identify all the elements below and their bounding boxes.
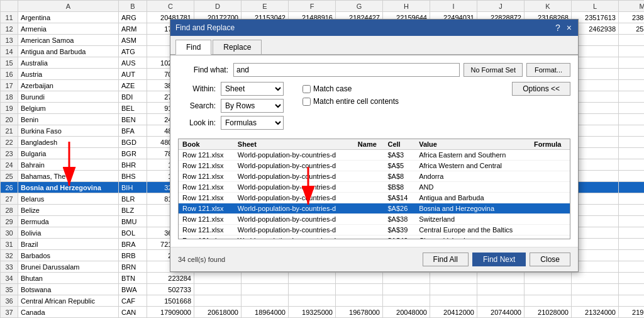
- cell-m19[interactable]: [619, 103, 645, 114]
- cell-b17[interactable]: AZE: [119, 80, 147, 91]
- cell-b31[interactable]: BRA: [119, 239, 147, 250]
- cell-m33[interactable]: [619, 261, 645, 273]
- cell-m12[interactable]: 2525067: [619, 23, 645, 35]
- cell-b18[interactable]: BDI: [119, 91, 147, 103]
- within-select[interactable]: Sheet Workbook: [221, 82, 284, 96]
- col-header-k[interactable]: K: [525, 1, 572, 12]
- cell-l37[interactable]: 21324000: [572, 307, 619, 318]
- cell-c34[interactable]: 223284: [147, 273, 194, 284]
- cell-j36[interactable]: [477, 295, 525, 307]
- cell-b14[interactable]: ATG: [119, 46, 147, 57]
- cell-b29[interactable]: BMU: [119, 216, 147, 227]
- cell-b34[interactable]: BTN: [119, 273, 147, 284]
- cell-j37[interactable]: 20744000: [477, 307, 525, 318]
- cell-m17[interactable]: [619, 80, 645, 91]
- cell-k37[interactable]: 21028000: [525, 307, 572, 318]
- cell-a17[interactable]: Azerbaijan: [18, 80, 119, 91]
- cell-a20[interactable]: Benin: [18, 114, 119, 125]
- cell-f36[interactable]: [289, 295, 336, 307]
- cell-m27[interactable]: [619, 193, 645, 205]
- cell-g36[interactable]: [336, 295, 383, 307]
- cell-b11[interactable]: ARG: [119, 12, 147, 23]
- cell-m23[interactable]: [619, 148, 645, 159]
- cell-a34[interactable]: Bhutan: [18, 273, 119, 284]
- cell-m30[interactable]: [619, 227, 645, 239]
- cell-m14[interactable]: [619, 46, 645, 57]
- find-all-button[interactable]: Find All: [423, 253, 469, 266]
- col-header-g[interactable]: G: [336, 1, 383, 12]
- cell-m31[interactable]: [619, 239, 645, 250]
- cell-b37[interactable]: CAN: [119, 307, 147, 318]
- find-next-button[interactable]: Find Next: [472, 253, 526, 266]
- match-case-checkbox[interactable]: [303, 85, 311, 93]
- cell-m26[interactable]: [619, 182, 645, 193]
- results-row[interactable]: Row 121.xlsxWorld-population-by-countrie…: [179, 236, 570, 240]
- cell-l34[interactable]: [572, 273, 619, 284]
- search-select[interactable]: By Rows By Columns: [221, 99, 284, 113]
- cell-a19[interactable]: Belgium: [18, 103, 119, 114]
- cell-b13[interactable]: ASM: [119, 35, 147, 46]
- cell-m16[interactable]: [619, 69, 645, 80]
- cell-b25[interactable]: BHS: [119, 171, 147, 182]
- results-area[interactable]: Book Sheet Name Cell Value Formula Row 1…: [178, 139, 570, 239]
- cell-e35[interactable]: [242, 284, 289, 295]
- cell-l35[interactable]: [572, 284, 619, 295]
- cell-m18[interactable]: [619, 91, 645, 103]
- cell-m11[interactable]: 23880564: [619, 12, 645, 23]
- cell-m29[interactable]: [619, 216, 645, 227]
- cell-b12[interactable]: ARM: [119, 23, 147, 35]
- cell-m25[interactable]: [619, 171, 645, 182]
- lookin-select[interactable]: Formulas Values Comments: [221, 116, 284, 130]
- cell-b24[interactable]: BHR: [119, 159, 147, 171]
- cell-m32[interactable]: [619, 250, 645, 261]
- cell-b20[interactable]: BEN: [119, 114, 147, 125]
- cell-b28[interactable]: BLZ: [119, 205, 147, 216]
- cell-a29[interactable]: Bermuda: [18, 216, 119, 227]
- close-dialog-button[interactable]: Close: [530, 253, 570, 266]
- cell-a15[interactable]: Australia: [18, 57, 119, 69]
- cell-a22[interactable]: Bangladesh: [18, 137, 119, 148]
- cell-a31[interactable]: Brazil: [18, 239, 119, 250]
- cell-b22[interactable]: BGD: [119, 137, 147, 148]
- cell-h35[interactable]: [383, 284, 430, 295]
- cell-b21[interactable]: BFA: [119, 125, 147, 137]
- cell-c37[interactable]: 17909000: [147, 307, 194, 318]
- cell-a14[interactable]: Antigua and Barbuda: [18, 46, 119, 57]
- col-header-f[interactable]: F: [289, 1, 336, 12]
- cell-g34[interactable]: [336, 273, 383, 284]
- cell-a35[interactable]: Botswana: [18, 284, 119, 295]
- cell-k34[interactable]: [525, 273, 572, 284]
- cell-m20[interactable]: [619, 114, 645, 125]
- cell-e36[interactable]: [242, 295, 289, 307]
- cell-e37[interactable]: 18964000: [242, 307, 289, 318]
- cell-d34[interactable]: [194, 273, 242, 284]
- cell-m35[interactable]: [619, 284, 645, 295]
- cell-m36[interactable]: [619, 295, 645, 307]
- find-what-input[interactable]: [233, 63, 460, 77]
- cell-a30[interactable]: Bolivia: [18, 227, 119, 239]
- cell-b33[interactable]: BRN: [119, 261, 147, 273]
- cell-d35[interactable]: [194, 284, 242, 295]
- cell-f34[interactable]: [289, 273, 336, 284]
- cell-b35[interactable]: BWA: [119, 284, 147, 295]
- cell-b15[interactable]: AUS: [119, 57, 147, 69]
- results-row[interactable]: Row 121.xlsxWorld-population-by-countrie…: [179, 203, 570, 214]
- cell-g37[interactable]: 19678000: [336, 307, 383, 318]
- cell-a23[interactable]: Bulgaria: [18, 148, 119, 159]
- cell-a18[interactable]: Burundi: [18, 91, 119, 103]
- cell-h36[interactable]: [383, 295, 430, 307]
- cell-b36[interactable]: CAF: [119, 295, 147, 307]
- col-header-l[interactable]: L: [572, 1, 619, 12]
- cell-k35[interactable]: [525, 284, 572, 295]
- cell-m15[interactable]: [619, 57, 645, 69]
- cell-m34[interactable]: [619, 273, 645, 284]
- cell-e34[interactable]: [242, 273, 289, 284]
- cell-l36[interactable]: [572, 295, 619, 307]
- col-header-c[interactable]: C: [147, 1, 194, 12]
- cell-i35[interactable]: [430, 284, 477, 295]
- col-header-i[interactable]: I: [430, 1, 477, 12]
- cell-a13[interactable]: American Samoa: [18, 35, 119, 46]
- cell-m13[interactable]: [619, 35, 645, 46]
- col-header-m[interactable]: M: [619, 1, 645, 12]
- cell-i34[interactable]: [430, 273, 477, 284]
